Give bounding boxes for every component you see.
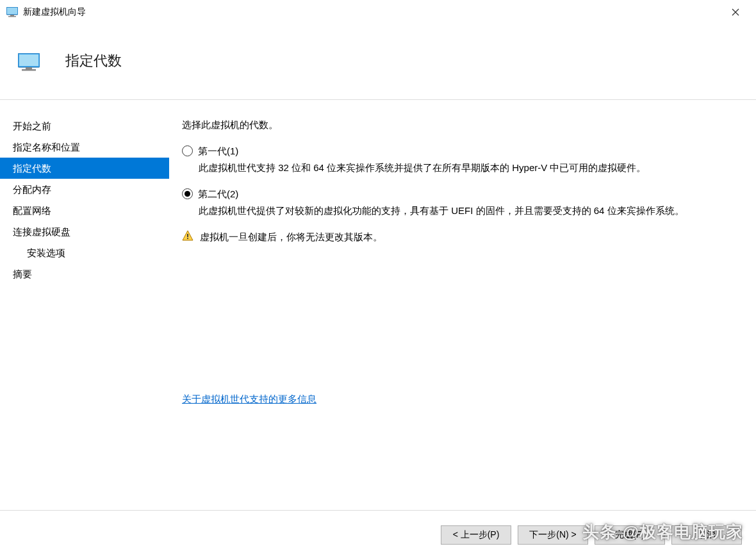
window-title: 新建虚拟机向导 [23,6,721,18]
sidebar-item-install-options[interactable]: 安装选项 [0,242,169,263]
radio-gen1[interactable] [182,145,193,156]
svg-rect-7 [19,54,38,66]
svg-rect-3 [8,16,16,17]
sidebar-item-disk[interactable]: 连接虚拟硬盘 [0,221,169,242]
more-info-link[interactable]: 关于虚拟机世代支持的更多信息 [182,392,316,407]
sidebar-item-network[interactable]: 配置网络 [0,200,169,221]
svg-rect-10 [187,234,188,237]
option-gen1-row[interactable]: 第一代(1) [182,144,743,159]
svg-rect-9 [22,69,36,71]
svg-rect-2 [10,15,14,16]
warning-row: 虚拟机一旦创建后，你将无法更改其版本。 [182,230,743,245]
option-gen2-desc: 此虚拟机世代提供了对较新的虚拟化功能的支持，具有基于 UEFI 的固件，并且需要… [199,204,743,218]
sidebar-item-generation[interactable]: 指定代数 [0,158,169,179]
cancel-button[interactable]: 取消 [671,525,742,545]
header-icon [18,53,40,71]
wizard-content: 选择此虚拟机的代数。 第一代(1) 此虚拟机世代支持 32 位和 64 位来宾操… [169,100,756,510]
titlebar: 新建虚拟机向导 [0,0,756,24]
prev-button[interactable]: < 上一步(P) [441,525,511,545]
sidebar-item-summary[interactable]: 摘要 [0,263,169,284]
option-gen1-desc: 此虚拟机世代支持 32 位和 64 位来宾操作系统并提供了在所有早期版本的 Hy… [199,161,743,176]
close-button[interactable] [721,3,750,22]
sidebar-item-before-begin[interactable]: 开始之前 [0,115,169,136]
sidebar-item-name-location[interactable]: 指定名称和位置 [0,136,169,158]
wizard-sidebar: 开始之前 指定名称和位置 指定代数 分配内存 配置网络 连接虚拟硬盘 安装选项 … [0,100,169,510]
finish-button[interactable]: 完成(F) [595,525,665,545]
svg-rect-11 [187,238,188,239]
wizard-header: 指定代数 [0,24,756,100]
page-title: 指定代数 [65,51,122,70]
option-gen2-label: 第二代(2) [198,187,238,202]
next-button[interactable]: 下一步(N) > [518,525,588,545]
app-icon [6,7,18,17]
warning-text: 虚拟机一旦创建后，你将无法更改其版本。 [200,230,382,245]
radio-gen2[interactable] [182,188,193,199]
svg-rect-8 [26,67,32,69]
wizard-footer: < 上一步(P) 下一步(N) > 完成(F) 取消 [0,510,756,559]
instruction-text: 选择此虚拟机的代数。 [182,118,743,133]
sidebar-item-memory[interactable]: 分配内存 [0,179,169,200]
warning-icon [182,230,193,242]
svg-rect-1 [7,8,17,14]
option-gen2-row[interactable]: 第二代(2) [182,187,743,202]
option-gen1-label: 第一代(1) [198,144,238,159]
